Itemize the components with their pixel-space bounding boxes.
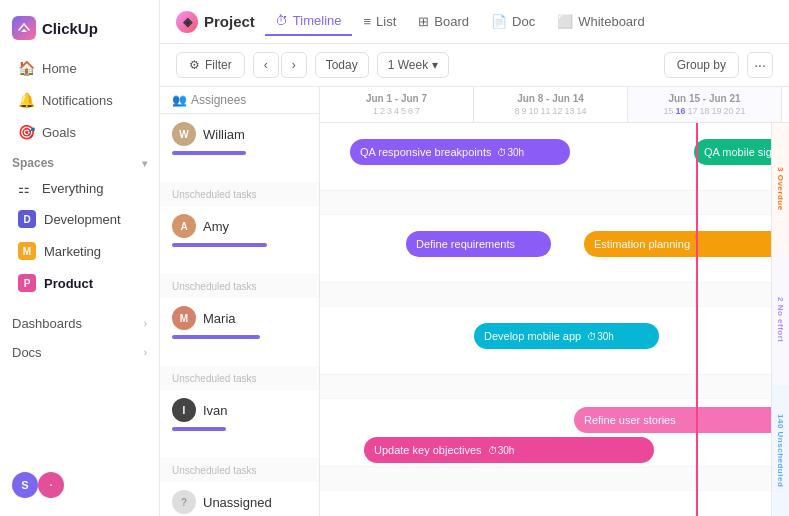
group-by-button[interactable]: Group by [664,52,739,78]
tab-list-label: List [376,14,396,29]
gantt-right-panel: Jun 1 - Jun 7 1234567 Jun 8 - Jun 14 891… [320,87,789,516]
sidebar-item-goals[interactable]: 🎯 Goals [6,117,153,147]
space-item-marketing[interactable]: M Marketing [6,236,153,266]
week-label: 1 Week [388,58,428,72]
bar-amy [172,243,267,247]
space-product-label: Product [44,276,93,291]
date-group-3-label: Jun 15 - Jun 21 [668,93,740,104]
assignees-header: 👥 Assignees [160,87,320,114]
unscheduled-label[interactable]: 140 Unscheduled [772,385,789,516]
bar-william [172,151,246,155]
person-info-amy: A Amy [172,214,307,238]
timeline-row-ivan: Refine user stories Update key objective… [320,399,789,467]
filter-icon: ⚙ [189,58,200,72]
task-bar-update-objectives[interactable]: Update key objectives ⏱30h [364,437,654,463]
sidebar-item-goals-label: Goals [42,125,76,140]
unscheduled-maria: Unscheduled tasks [172,369,257,388]
filter-button[interactable]: ⚙ Filter [176,52,245,78]
task-bar-estimation[interactable]: Estimation planning [584,231,789,257]
task-refine-stories-label: Refine user stories [584,414,676,426]
unscheduled-william: Unscheduled tasks [172,185,257,204]
unscheduled-maria-left: Unscheduled tasks [160,366,320,390]
dashboards-label: Dashboards [12,316,82,331]
user-avatar[interactable]: S [12,472,38,498]
next-button[interactable]: › [281,52,307,78]
sidebar-item-home-label: Home [42,61,77,76]
space-item-development[interactable]: D Development [6,204,153,234]
unscheduled-row-ivan [320,467,789,491]
avatar-maria: M [172,306,196,330]
tab-timeline-label: Timeline [293,13,342,28]
user-avatar-2[interactable]: · [38,472,64,498]
everything-icon: ⚏ [18,181,34,196]
tab-whiteboard[interactable]: ⬜ Whiteboard [547,8,654,35]
project-title: ◈ Project [176,11,255,33]
avatar-unassigned: ? [172,490,196,514]
task-bar-define-req[interactable]: Define requirements [406,231,551,257]
sidebar-item-home[interactable]: 🏠 Home [6,53,153,83]
unscheduled-amy-left: Unscheduled tasks [160,274,320,298]
name-unassigned: Unassigned [203,495,272,510]
dashboards-chevron-icon: › [144,318,147,329]
name-william: William [203,127,245,142]
tab-board-label: Board [434,14,469,29]
week-chevron-icon: ▾ [432,58,438,72]
space-item-everything[interactable]: ⚏ Everything [6,175,153,202]
timeline-rows: QA responsive breakpoints ⏱30h QA mobile… [320,123,789,516]
person-info-maria: M Maria [172,306,307,330]
nav-arrows: ‹ › [253,52,307,78]
tab-list[interactable]: ≡ List [354,8,407,35]
space-everything-label: Everything [42,181,103,196]
avatar-william: W [172,122,196,146]
sidebar-docs[interactable]: Docs › [0,338,159,367]
person-row-unassigned-left: ? Unassigned [160,482,320,516]
avatar-ivan: I [172,398,196,422]
date-group-1-label: Jun 1 - Jun 7 [366,93,427,104]
tab-board[interactable]: ⊞ Board [408,8,479,35]
spaces-label: Spaces [12,156,54,170]
bar-ivan [172,427,226,431]
sidebar-item-notifications[interactable]: 🔔 Notifications [6,85,153,115]
tab-timeline[interactable]: ⏱ Timeline [265,7,352,36]
task-bar-develop-mobile[interactable]: Develop mobile app ⏱30h [474,323,659,349]
logo-text: ClickUp [42,20,98,37]
spaces-section: Spaces ▾ [0,148,159,174]
prev-button[interactable]: ‹ [253,52,279,78]
space-item-product[interactable]: P Product [6,268,153,298]
project-label: Project [204,13,255,30]
doc-icon: 📄 [491,14,507,29]
assignees-icon: 👥 [172,93,187,107]
task-define-req-label: Define requirements [416,238,515,250]
today-label: 16 [675,106,685,116]
spaces-chevron-icon[interactable]: ▾ [142,158,147,169]
person-info-unassigned: ? Unassigned [172,490,307,514]
task-bar-refine-stories[interactable]: Refine user stories [574,407,789,433]
gantt-left-panel: 👥 Assignees W William Unscheduled tasks … [160,87,320,516]
avatar-amy: A [172,214,196,238]
today-button[interactable]: Today [315,52,369,78]
overdue-label[interactable]: 3 Overdue [772,123,789,254]
person-row-maria-left: M Maria [160,298,320,366]
unscheduled-row-amy [320,283,789,307]
unscheduled-row-william [320,191,789,215]
more-button[interactable]: ··· [747,52,773,78]
sidebar-dashboards[interactable]: Dashboards › [0,309,159,338]
task-bar-qa-responsive[interactable]: QA responsive breakpoints ⏱30h [350,139,570,165]
project-icon: ◈ [176,11,198,33]
space-development-label: Development [44,212,121,227]
gantt-dates-header: Jun 1 - Jun 7 1234567 Jun 8 - Jun 14 891… [320,87,789,123]
name-ivan: Ivan [203,403,228,418]
tab-doc[interactable]: 📄 Doc [481,8,545,35]
unscheduled-ivan-left: Unscheduled tasks [160,458,320,482]
week-selector[interactable]: 1 Week ▾ [377,52,449,78]
timeline-row-william: QA responsive breakpoints ⏱30h QA mobile… [320,123,789,191]
task-qa-responsive-label: QA responsive breakpoints [360,146,491,158]
main-content: ◈ Project ⏱ Timeline ≡ List ⊞ Board 📄 Do… [160,0,789,516]
list-icon: ≡ [364,14,372,29]
task-update-objectives-label: Update key objectives [374,444,482,456]
gantt-area: 👥 Assignees W William Unscheduled tasks … [160,87,789,516]
filter-label: Filter [205,58,232,72]
task-estimation-label: Estimation planning [594,238,690,250]
no-effort-label[interactable]: 2 No effort [772,254,789,385]
toolbar: ⚙ Filter ‹ › Today 1 Week ▾ Group by ··· [160,44,789,87]
